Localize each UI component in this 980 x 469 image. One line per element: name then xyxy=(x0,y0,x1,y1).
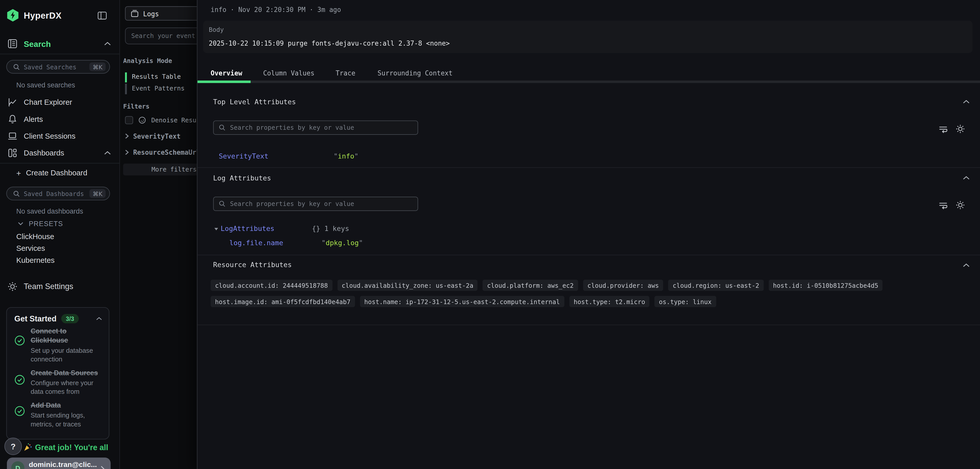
shortcut-badge: ⌘K xyxy=(89,189,106,198)
attribute-value[interactable]: info xyxy=(338,152,354,161)
preset-clickhouse[interactable]: ClickHouse xyxy=(16,232,54,241)
inactive-mode-indicator xyxy=(125,84,127,94)
no-saved-searches: No saved searches xyxy=(16,81,75,89)
resource-chip[interactable]: host.id: i-0510b81275acbe4d5 xyxy=(769,280,883,291)
caret-down-icon[interactable] xyxy=(215,228,218,230)
sidebar-item-label: Dashboards xyxy=(24,149,97,157)
logs-source-icon xyxy=(130,10,139,17)
resource-chip[interactable]: cloud.account.id: 244449518788 xyxy=(210,280,332,291)
user-name: dominic.tran@clic... xyxy=(29,461,97,468)
mode-event-patterns[interactable]: Event Patterns xyxy=(132,85,185,92)
get-started-header[interactable]: Get Started 3/3 xyxy=(14,314,102,323)
collapse-section-button[interactable] xyxy=(961,97,971,107)
sidebar-item-search[interactable]: Search xyxy=(7,39,111,49)
active-mode-indicator xyxy=(125,72,127,82)
task-desc: Configure where your data comes from xyxy=(30,379,104,396)
preset-services[interactable]: Services xyxy=(16,244,45,253)
filter-group-label: ResourceSchemaUrl xyxy=(133,149,200,156)
check-circle-icon xyxy=(14,335,25,346)
section-title-resource-attributes: Resource Attributes xyxy=(213,261,292,269)
tab-strip xyxy=(197,81,980,83)
source-label: Logs xyxy=(143,10,159,17)
sidebar-item-team-settings[interactable]: Team Settings xyxy=(7,281,73,292)
tab-surrounding-context[interactable]: Surrounding Context xyxy=(377,69,452,77)
no-saved-dashboards: No saved dashboards xyxy=(16,207,83,215)
preset-kubernetes[interactable]: Kubernetes xyxy=(16,256,55,265)
resource-chip[interactable]: host.type: t2.micro xyxy=(570,296,649,307)
attribute-value[interactable]: dpkg.log xyxy=(326,239,359,247)
get-started-title: Get Started xyxy=(14,314,56,323)
line-wrap-button[interactable] xyxy=(938,124,948,134)
sidebar-item-dashboards[interactable]: Dashboards xyxy=(7,148,111,158)
filter-group-resourceschemaurl[interactable]: ResourceSchemaUrl xyxy=(124,149,200,156)
get-started-item[interactable]: Add Data Start sending logs, metrics, or… xyxy=(14,401,104,429)
saved-searches-input[interactable]: Saved Searches ⌘K xyxy=(6,60,110,74)
get-started-item[interactable]: Create Data Sources Configure where your… xyxy=(14,368,104,396)
resource-chip[interactable]: host.image.id: ami-0f5fcdfbd140e4ab7 xyxy=(210,296,355,307)
denoise-filter[interactable]: Denoise Results xyxy=(125,116,208,124)
filter-group-severitytext[interactable]: SeverityText xyxy=(124,132,180,140)
task-desc: Start sending logs, metrics, or traces xyxy=(30,411,104,429)
tab-column-values[interactable]: Column Values xyxy=(263,69,314,77)
body-content: 2025-10-22 10:15:09 purge fonts-dejavu-c… xyxy=(209,39,450,47)
tab-overview[interactable]: Overview xyxy=(210,69,242,77)
resource-chip[interactable]: host.name: ip-172-31-12-5.us-east-2.comp… xyxy=(360,296,564,307)
sidebar-collapse-button[interactable] xyxy=(97,11,107,22)
get-started-badge: 3/3 xyxy=(62,314,79,323)
divider xyxy=(197,325,980,325)
denoise-checkbox[interactable] xyxy=(125,116,133,124)
help-button[interactable]: ? xyxy=(4,438,22,455)
resource-chip[interactable]: cloud.platform: aws_ec2 xyxy=(483,280,578,291)
sidebar-item-chart-explorer[interactable]: Chart Explorer xyxy=(7,97,72,107)
mode-results-table[interactable]: Results Table xyxy=(132,73,181,80)
sidebar-item-label: Chart Explorer xyxy=(24,98,72,106)
task-title: Add Data xyxy=(30,401,104,410)
saved-searches-placeholder: Saved Searches xyxy=(24,63,86,70)
avatar-initial: D xyxy=(15,464,20,469)
presets-toggle[interactable]: PRESETS xyxy=(18,220,63,227)
resource-chip[interactable]: cloud.availability_zone: us-east-2a xyxy=(337,280,478,291)
get-started-item-text: Add Data Start sending logs, metrics, or… xyxy=(30,401,104,429)
section-settings-button[interactable] xyxy=(955,200,965,210)
resource-chip[interactable]: cloud.provider: aws xyxy=(583,280,663,291)
get-started-item[interactable]: Connect to ClickHouse Set up your databa… xyxy=(14,326,104,364)
resource-chip[interactable]: cloud.region: us-east-2 xyxy=(668,280,763,291)
line-wrap-button[interactable] xyxy=(938,200,948,210)
chart-icon xyxy=(7,97,18,107)
task-title: Connect to ClickHouse xyxy=(30,326,104,345)
chevron-up-icon xyxy=(104,151,111,155)
chevron-down-icon xyxy=(18,221,24,226)
attribute-key[interactable]: log.file.name xyxy=(229,239,283,247)
divider xyxy=(0,163,119,163)
check-circle-icon xyxy=(14,406,25,417)
collapse-section-button[interactable] xyxy=(961,260,971,270)
dashboards-icon xyxy=(7,148,18,158)
body-card: Body 2025-10-22 10:15:09 purge fonts-dej… xyxy=(203,21,973,53)
attribute-key[interactable]: SeverityText xyxy=(219,152,269,161)
get-started-card: Get Started 3/3 Connect to ClickHouse Se… xyxy=(6,307,109,439)
sidebar-item-alerts[interactable]: Alerts xyxy=(7,114,43,124)
tab-trace[interactable]: Trace xyxy=(336,69,355,77)
log-attributes-search-input[interactable]: Search properties by key or value xyxy=(213,196,418,211)
section-settings-button[interactable] xyxy=(955,124,965,133)
resource-chip[interactable]: os.type: linux xyxy=(655,296,716,307)
section-title-top-level: Top Level Attributes xyxy=(213,98,296,106)
sidebar-item-label: Client Sessions xyxy=(24,132,76,141)
sidebar-item-search-label: Search xyxy=(24,39,97,48)
sidebar-item-client-sessions[interactable]: Client Sessions xyxy=(7,131,75,141)
collapse-section-button[interactable] xyxy=(961,173,971,183)
more-filters-label: More filters xyxy=(151,166,197,173)
hyperdx-logo-icon xyxy=(6,9,19,22)
divider xyxy=(0,54,119,54)
top-level-search-input[interactable]: Search properties by key or value xyxy=(213,120,418,135)
presets-label: PRESETS xyxy=(29,220,63,227)
create-dashboard-button[interactable]: + Create Dashboard xyxy=(16,168,87,177)
check-circle-icon xyxy=(14,374,25,385)
saved-dashboards-input[interactable]: Saved Dashboards ⌘K xyxy=(6,187,110,200)
attribute-key[interactable]: LogAttributes xyxy=(221,225,274,233)
team-settings-label: Team Settings xyxy=(24,282,73,291)
plus-icon: + xyxy=(16,169,21,177)
user-menu[interactable]: D dominic.tran@clic... dominic.tran@clic… xyxy=(7,458,111,469)
divider xyxy=(197,255,980,255)
search-placeholder: Search properties by key or value xyxy=(230,200,354,207)
